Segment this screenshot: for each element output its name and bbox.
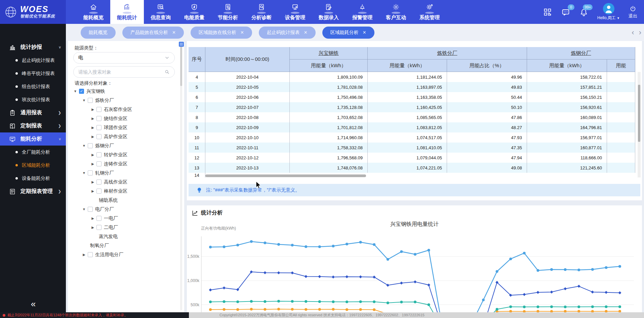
nav-item-1[interactable]: 能耗概览 (77, 0, 110, 24)
tree-expand-arrow-icon[interactable]: ▼ (82, 207, 86, 211)
sidebar-item-12[interactable]: 定期报表管理❯ (0, 185, 66, 198)
tree-collapse-arrow-icon[interactable]: ▶ (91, 216, 95, 220)
tree-expand-arrow-icon[interactable]: ▼ (82, 98, 86, 102)
tree-node[interactable]: ▶生活用电分厂 (68, 250, 179, 259)
qr-code-icon[interactable] (543, 7, 552, 17)
tree-checkbox[interactable] (96, 161, 102, 166)
tab-5[interactable]: 区域能耗分析✕ (322, 27, 374, 39)
sidebar-item-4[interactable]: 组合统计报表 (0, 80, 66, 93)
tree-collapse-arrow-icon[interactable]: ▶ (91, 189, 95, 193)
orange-series-point (373, 308, 375, 311)
sidebar-item-8[interactable]: 能耗分析∨ (0, 132, 66, 146)
sidebar-item-3[interactable]: 峰谷平统计报表 (0, 67, 66, 80)
tree-collapse-arrow-icon[interactable]: ▶ (82, 253, 86, 256)
nav-item-2[interactable]: 能耗统计 (110, 0, 144, 24)
tree-checkbox[interactable] (88, 207, 93, 212)
tree-expand-arrow-icon[interactable]: ▼ (73, 89, 77, 93)
tree-checkbox[interactable] (96, 152, 102, 157)
tree-node[interactable]: 制氧分厂 (68, 241, 179, 250)
tree-node[interactable]: 辅助系统 (68, 196, 179, 205)
close-icon[interactable]: ✕ (363, 30, 366, 35)
nav-item-8[interactable]: 数据录入 (312, 0, 346, 24)
tree-expand-arrow-icon[interactable]: ▼ (82, 171, 86, 175)
tree-collapse-arrow-icon[interactable]: ▶ (91, 226, 95, 229)
tree-checkbox[interactable] (96, 180, 102, 185)
table-horizontal-scrollbar[interactable] (205, 174, 366, 177)
sidebar-item-9[interactable]: 全厂能耗分析 (0, 146, 66, 159)
tree-node[interactable]: ▼轧钢分厂 (68, 168, 179, 177)
nav-item-7[interactable]: 设备管理 (278, 0, 312, 24)
nav-item-10[interactable]: 客户互动 (379, 0, 413, 24)
tree-checkbox[interactable] (96, 116, 102, 121)
sidebar-item-2[interactable]: 起止码统计报表 (0, 54, 66, 67)
tree-node[interactable]: ▼✓兴宝钢铁 (68, 87, 179, 96)
tree-collapse-arrow-icon[interactable]: ▶ (91, 162, 95, 166)
tree-expand-arrow-icon[interactable]: ▼ (82, 144, 86, 148)
tree-node[interactable]: ▶球团作业区 (68, 123, 179, 132)
search-icon[interactable] (164, 69, 170, 75)
tree-node[interactable]: ▼电厂分厂 (68, 205, 179, 214)
tree-node[interactable]: ▶棒材作业区 (68, 187, 179, 196)
tree-checkbox[interactable] (88, 252, 93, 257)
message-icon[interactable]: 0 (561, 7, 570, 17)
tree-node[interactable]: ▶转炉作业区 (68, 150, 179, 159)
tree-node[interactable]: ▼炼钢分厂 (68, 141, 179, 150)
tab-label: 产品能效在线分析 (130, 30, 168, 36)
tab-4[interactable]: 起止码统计报表✕ (259, 27, 316, 39)
tree-checkbox[interactable]: ✓ (79, 89, 84, 94)
table-vscroll-thumb[interactable] (638, 85, 640, 142)
tree-checkbox[interactable] (96, 189, 102, 194)
tree-collapse-arrow-icon[interactable]: ▶ (91, 108, 95, 111)
close-icon[interactable]: ✕ (304, 30, 308, 35)
bell-icon[interactable]: 99+ (579, 7, 589, 17)
nav-item-9[interactable]: 报警管理 (346, 0, 379, 24)
tree-collapse-arrow-icon[interactable]: ▶ (91, 126, 95, 129)
nav-item-3[interactable]: 信息查询 (144, 0, 177, 24)
tree-collapse-arrow-icon[interactable]: ▶ (91, 135, 95, 138)
tree-collapse-arrow-icon[interactable]: ▶ (91, 180, 95, 184)
tree-node[interactable]: ▶高线作业区 (68, 177, 179, 187)
close-icon[interactable]: ✕ (240, 30, 244, 35)
tree-node[interactable]: ▶连铸作业区 (68, 159, 179, 168)
tree-collapse-arrow-icon[interactable]: ▶ (91, 117, 95, 120)
tree-checkbox[interactable] (96, 216, 102, 221)
sidebar-item-10[interactable]: 区域能耗分析 (0, 159, 66, 172)
tabs-scroll-left-icon[interactable]: ‹ (632, 28, 634, 37)
collapse-tree-panel-icon[interactable] (179, 42, 184, 47)
nav-item-11[interactable]: 系统管理 (413, 0, 446, 24)
sidebar-item-5[interactable]: 班次统计报表 (0, 93, 66, 106)
logout-button[interactable]: 退出 (629, 5, 637, 19)
tab-2[interactable]: 产品能效在线分析✕ (122, 27, 184, 39)
close-icon[interactable]: ✕ (172, 30, 176, 35)
energy-type-select[interactable]: 电 (73, 52, 175, 64)
sidebar-item-1[interactable]: 统计抄报∨ (0, 41, 66, 54)
tabs-scroll-right-icon[interactable]: › (639, 28, 641, 37)
tree-node[interactable]: ▶高炉作业区 (68, 132, 179, 141)
tree-checkbox[interactable] (96, 225, 102, 230)
sidebar-collapse-button[interactable]: « (0, 299, 66, 309)
tree-scrollbar[interactable] (180, 42, 182, 310)
tree-node[interactable]: ▼炼铁分厂 (68, 96, 179, 105)
tree-checkbox[interactable] (96, 125, 102, 130)
tree-node[interactable]: ▶二电厂 (68, 223, 179, 232)
search-input[interactable] (78, 69, 164, 75)
tab-3[interactable]: 区域能效在线分析✕ (191, 27, 252, 39)
tree-collapse-arrow-icon[interactable]: ▶ (91, 153, 95, 157)
sidebar-item-6[interactable]: 通用报表❯ (0, 106, 66, 119)
tree-checkbox[interactable] (88, 170, 93, 175)
tree-checkbox[interactable] (96, 134, 102, 139)
user-menu[interactable]: Hello,周工 ▼ (597, 3, 620, 21)
tree-node[interactable]: 蒸汽发电 (68, 232, 179, 241)
tree-checkbox[interactable] (96, 107, 102, 112)
nav-item-4[interactable]: 电能质量 (177, 0, 211, 24)
tree-node[interactable]: ▶石灰窑作业区 (68, 105, 179, 114)
tree-checkbox[interactable] (88, 98, 93, 103)
sidebar-item-11[interactable]: 设备能耗分析 (0, 172, 66, 185)
tree-node[interactable]: ▶一电厂 (68, 214, 179, 223)
tree-node[interactable]: ▶烧结作业区 (68, 114, 179, 123)
tab-1[interactable]: 能耗概览 (81, 27, 116, 39)
nav-item-6[interactable]: 分析诊断 (245, 0, 278, 24)
sidebar-item-7[interactable]: 定制报表❯ (0, 119, 66, 132)
nav-item-5[interactable]: 节能分析 (211, 0, 245, 24)
tree-checkbox[interactable] (88, 143, 93, 148)
